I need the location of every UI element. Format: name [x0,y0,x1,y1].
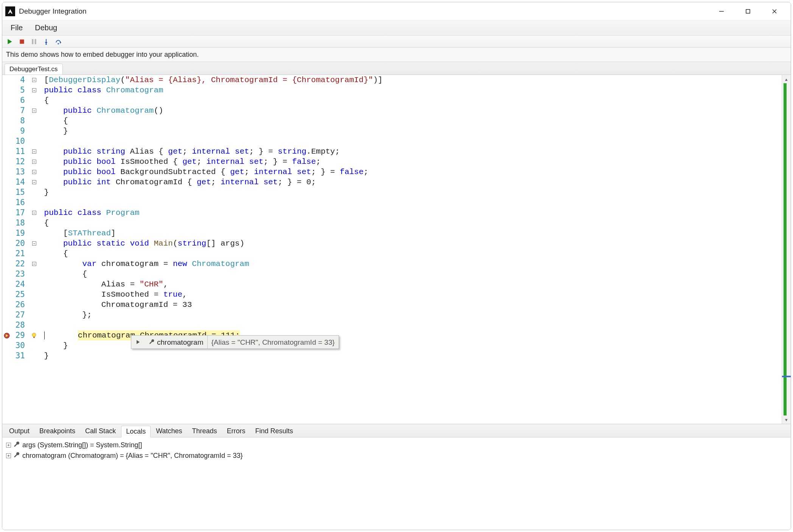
menu-bar: File Debug [2,20,791,36]
breakpoint-current-icon[interactable] [2,332,11,339]
file-tab[interactable]: DebuggerTest.cs [5,64,63,75]
code-body[interactable]: [DebuggerDisplay("Alias = {Alias}, Chrom… [38,75,782,424]
svg-point-12 [58,43,59,44]
overview-caret-marker [782,376,791,377]
info-bar: This demo shows how to embed debugger in… [2,48,791,62]
code-editor[interactable]: 4 5 6 7 8 9 10 11 12 [2,75,791,424]
editor-tab-strip: DebuggerTest.cs [2,62,791,75]
expand-icon[interactable]: + [6,453,11,458]
tab-output[interactable]: Output [5,426,34,437]
window-title: Debugger Integration [19,7,87,16]
toolbar [2,36,791,48]
locals-row[interactable]: + args (System.String[]) = System.String… [6,440,787,450]
tab-callstack[interactable]: Call Stack [81,426,120,437]
svg-point-10 [45,44,47,45]
text-caret [44,331,45,339]
hover-var-value: {Alias = "CHR", ChromatogramId = 33} [208,336,339,348]
scroll-down-icon[interactable]: ▾ [782,415,791,424]
tab-watches[interactable]: Watches [151,426,187,437]
svg-rect-16 [33,337,35,338]
overview-change-marker [784,83,787,415]
fold-toggle[interactable] [32,78,36,82]
title-bar: Debugger Integration [2,2,791,20]
lightbulb-icon[interactable] [30,332,38,339]
fold-toggle[interactable] [32,170,36,174]
minimize-button[interactable] [708,3,735,20]
fold-toggle[interactable] [32,241,36,246]
tab-findresults[interactable]: Find Results [251,426,298,437]
tab-threads[interactable]: Threads [188,426,222,437]
fold-toggle[interactable] [32,262,36,266]
fold-toggle[interactable] [32,109,36,113]
locals-value: args (System.String[]) = System.String[] [22,441,142,449]
locals-value: chromatogram (Chromatogram) = {Alias = "… [22,452,243,460]
editor-gutter: 4 5 6 7 8 9 10 11 12 [2,75,38,424]
fold-toggle[interactable] [32,149,36,154]
step-into-button[interactable] [41,37,51,47]
panel-tab-strip: Output Breakpoints Call Stack Locals Wat… [2,424,791,437]
svg-rect-7 [35,39,36,44]
tab-locals[interactable]: Locals [121,426,151,437]
pause-button[interactable] [29,37,39,47]
locals-panel[interactable]: + args (System.String[]) = System.String… [2,437,791,530]
svg-marker-17 [137,340,140,344]
menu-file[interactable]: File [5,22,29,34]
maximize-button[interactable] [735,3,761,20]
expand-chevron-icon[interactable] [135,339,141,345]
scroll-up-icon[interactable]: ▴ [782,75,791,83]
run-button[interactable] [5,37,15,47]
locals-row[interactable]: + chromatogram (Chromatogram) = {Alias =… [6,450,787,461]
menu-debug[interactable]: Debug [29,22,63,34]
stop-button[interactable] [17,37,27,47]
fold-toggle[interactable] [32,180,36,184]
debug-hover-tooltip[interactable]: chromatogram {Alias = "CHR", Chromatogra… [131,335,339,349]
svg-point-15 [32,333,36,337]
svg-rect-6 [32,39,33,44]
tab-breakpoints[interactable]: Breakpoints [35,426,80,437]
svg-marker-9 [45,42,48,44]
close-button[interactable] [761,3,788,20]
app-window: Debugger Integration File Debug [2,2,791,530]
wrench-icon [149,337,155,347]
svg-marker-11 [60,41,61,44]
debug-panels: Output Breakpoints Call Stack Locals Wat… [2,424,791,530]
wrench-icon [13,441,20,450]
vertical-scrollbar[interactable]: ▴ ▾ [782,75,791,424]
tab-errors[interactable]: Errors [222,426,250,437]
app-icon [5,6,15,16]
hover-var-name: chromatogram [157,337,204,347]
fold-toggle[interactable] [32,88,36,92]
fold-toggle[interactable] [32,160,36,164]
step-over-button[interactable] [53,37,64,47]
svg-marker-4 [8,39,12,44]
fold-toggle[interactable] [32,211,36,215]
svg-rect-5 [20,39,24,44]
svg-rect-1 [746,9,750,13]
wrench-icon [13,451,20,460]
expand-icon[interactable]: + [6,443,11,448]
